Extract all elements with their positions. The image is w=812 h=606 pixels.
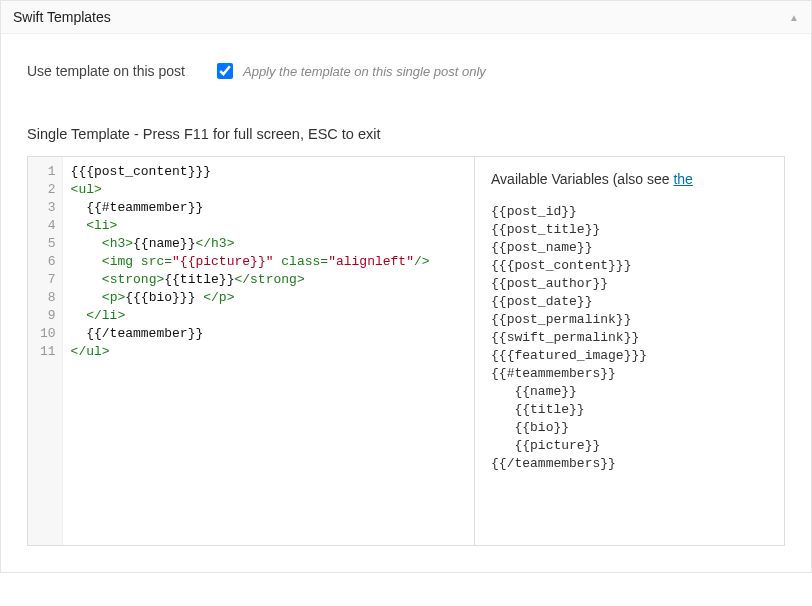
code-editor[interactable]: {{{post_content}}}<ul> {{#teammember}} <…: [63, 157, 438, 545]
variables-heading-text: Available Variables (also see: [491, 171, 673, 187]
collapse-icon[interactable]: ▲: [789, 12, 799, 23]
metabox-title: Swift Templates: [13, 9, 111, 25]
use-template-desc: Apply the template on this single post o…: [243, 64, 486, 79]
swift-templates-metabox: Swift Templates ▲ Use template on this p…: [0, 0, 812, 573]
editor-wrap: 1234567891011 {{{post_content}}}<ul> {{#…: [27, 156, 785, 546]
metabox-header[interactable]: Swift Templates ▲: [1, 1, 811, 34]
variables-heading: Available Variables (also see the: [491, 171, 768, 187]
variables-doc-link[interactable]: the: [673, 171, 692, 187]
variables-list: {{post_id}} {{post_title}} {{post_name}}…: [491, 203, 768, 473]
metabox-body: Use template on this post Apply the temp…: [1, 34, 811, 572]
variables-column: Available Variables (also see the {{post…: [474, 157, 784, 545]
line-number-gutter: 1234567891011: [28, 157, 63, 545]
use-template-label: Use template on this post: [27, 63, 185, 79]
code-column: 1234567891011 {{{post_content}}}<ul> {{#…: [28, 157, 474, 545]
use-template-option: Use template on this post Apply the temp…: [27, 60, 785, 82]
use-template-checkbox[interactable]: [217, 63, 233, 79]
editor-title: Single Template - Press F11 for full scr…: [27, 126, 785, 142]
